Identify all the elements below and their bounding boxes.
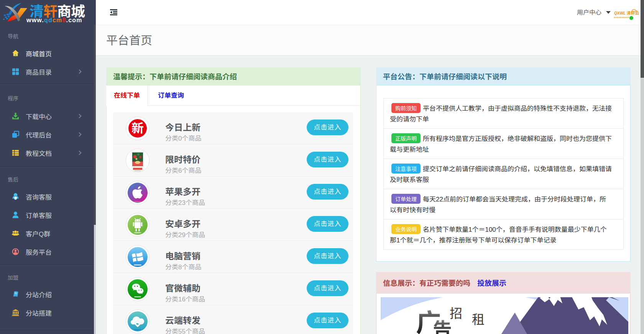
svg-text:告: 告 xyxy=(433,314,452,334)
svg-text:招: 招 xyxy=(450,303,462,322)
svg-text:新: 新 xyxy=(131,118,144,136)
svg-text:租: 租 xyxy=(472,309,485,328)
